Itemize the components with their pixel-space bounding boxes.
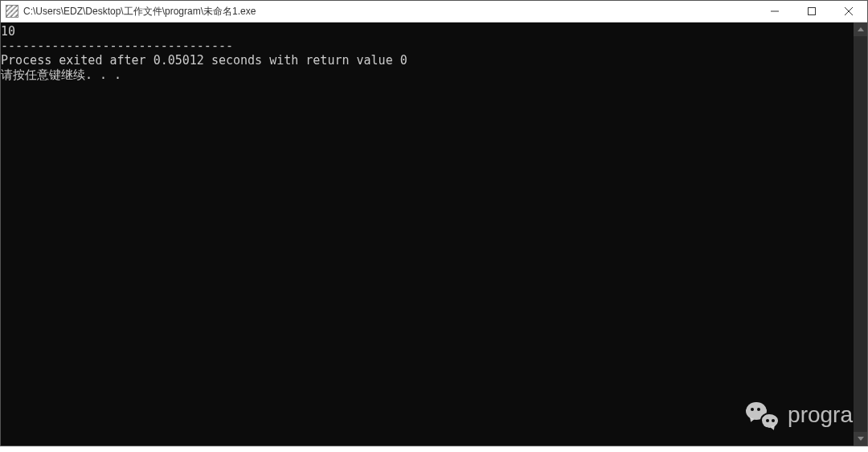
output-line: 请按任意键继续. . . (1, 68, 121, 82)
chevron-down-icon (858, 437, 864, 441)
window-controls (756, 1, 867, 22)
window-title: C:\Users\EDZ\Desktop\工作文件\program\未命名1.e… (23, 5, 756, 18)
maximize-icon (808, 7, 816, 15)
titlebar[interactable]: C:\Users\EDZ\Desktop\工作文件\program\未命名1.e… (1, 1, 867, 23)
minimize-button[interactable] (756, 1, 793, 22)
scroll-down-button[interactable] (854, 432, 867, 446)
close-button[interactable] (830, 1, 867, 22)
console-area: 10 -------------------------------- Proc… (1, 23, 867, 446)
background-window-peek (0, 446, 868, 452)
console-app-icon (6, 5, 18, 18)
output-line: -------------------------------- (1, 39, 233, 53)
console-window: C:\Users\EDZ\Desktop\工作文件\program\未命名1.e… (0, 0, 868, 446)
console-output[interactable]: 10 -------------------------------- Proc… (1, 23, 854, 446)
chevron-up-icon (858, 27, 864, 31)
svg-rect-1 (809, 8, 816, 15)
minimize-icon (771, 7, 779, 15)
output-line: 10 (1, 24, 15, 39)
vertical-scrollbar[interactable] (854, 23, 867, 446)
close-icon (845, 7, 853, 15)
maximize-button[interactable] (793, 1, 830, 22)
output-line: Process exited after 0.05012 seconds wit… (1, 53, 407, 68)
scroll-up-button[interactable] (854, 23, 867, 36)
